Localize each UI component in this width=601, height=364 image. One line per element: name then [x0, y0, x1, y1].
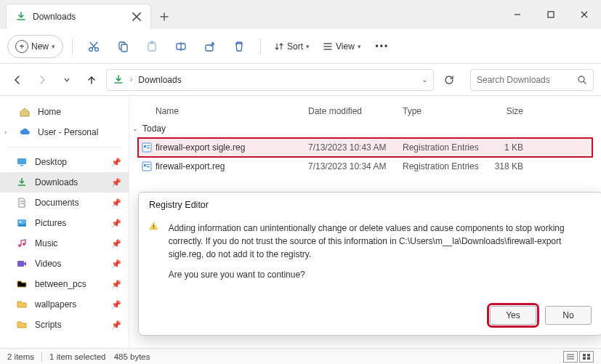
- folder-icon: [16, 299, 28, 310]
- svg-rect-23: [147, 164, 150, 165]
- chevron-down-icon: ⌄: [132, 125, 138, 132]
- reg-file-icon: [141, 161, 153, 172]
- details-view-button[interactable]: [563, 351, 578, 363]
- video-icon: [16, 258, 28, 270]
- desktop-icon: [16, 156, 28, 168]
- svg-rect-25: [153, 225, 154, 227]
- column-header-name[interactable]: Name: [156, 106, 308, 116]
- view-button[interactable]: View ▾: [318, 35, 366, 58]
- search-box[interactable]: [470, 69, 594, 91]
- address-bar[interactable]: › Downloads ⌄: [106, 69, 434, 91]
- sort-label: Sort: [287, 41, 303, 52]
- cut-button[interactable]: [81, 35, 106, 58]
- sidebar-item-user[interactable]: › User - Personal: [0, 122, 129, 142]
- file-size: 318 KB: [483, 161, 523, 171]
- column-header-type[interactable]: Type: [403, 106, 483, 116]
- file-type: Registration Entries: [403, 161, 483, 171]
- folder-icon: [16, 278, 28, 290]
- group-label: Today: [142, 124, 166, 134]
- pin-icon: 📌: [111, 219, 121, 228]
- group-header-today[interactable]: ⌄ Today: [132, 124, 592, 134]
- file-name: firewall-export.reg: [156, 161, 308, 171]
- status-selection: 1 item selected: [49, 352, 105, 361]
- chevron-down-icon[interactable]: ⌄: [421, 76, 427, 84]
- recent-locations-button[interactable]: [57, 70, 77, 90]
- sidebar-item-label: Music: [35, 238, 57, 248]
- svg-rect-0: [548, 12, 554, 17]
- sidebar-item-wallpapers[interactable]: wallpapers 📌: [0, 294, 129, 315]
- search-input[interactable]: [477, 75, 564, 85]
- status-bar: 2 items 1 item selected 485 bytes: [0, 348, 601, 364]
- dialog-line2: Are you sure you want to continue?: [169, 268, 592, 281]
- sidebar-item-pictures[interactable]: Pictures 📌: [0, 213, 129, 233]
- file-size: 1 KB: [483, 142, 523, 153]
- reg-file-icon: [141, 142, 153, 153]
- sidebar-item-label: Downloads: [35, 177, 78, 187]
- sort-button[interactable]: Sort ▾: [270, 35, 314, 58]
- up-button[interactable]: [81, 70, 102, 90]
- pictures-icon: [16, 217, 28, 229]
- svg-rect-4: [121, 44, 127, 52]
- dialog-title: Registry Editor: [139, 193, 601, 214]
- folder-icon: [16, 319, 28, 331]
- forward-button[interactable]: [32, 70, 52, 90]
- window-controls: [501, 0, 601, 29]
- status-item-count: 2 items: [7, 352, 34, 361]
- copy-button[interactable]: [110, 35, 135, 58]
- close-tab-icon[interactable]: [132, 12, 142, 22]
- sidebar: Home › User - Personal Desktop 📌 Downloa…: [0, 96, 129, 348]
- svg-point-26: [153, 228, 154, 229]
- thumbnails-view-button[interactable]: [579, 351, 594, 363]
- file-date: 7/13/2023 10:43 AM: [308, 142, 403, 153]
- sidebar-item-label: Desktop: [35, 157, 67, 167]
- file-row[interactable]: firewall-export.reg 7/13/2023 10:34 AM R…: [138, 157, 592, 176]
- sidebar-item-documents[interactable]: Documents 📌: [0, 193, 129, 213]
- svg-rect-24: [147, 166, 150, 167]
- minimize-button[interactable]: [501, 0, 534, 29]
- sidebar-item-home[interactable]: Home: [0, 102, 129, 122]
- sidebar-item-videos[interactable]: Videos 📌: [0, 254, 129, 274]
- chevron-right-icon[interactable]: ›: [4, 129, 7, 136]
- tab-downloads[interactable]: Downloads: [6, 4, 151, 29]
- file-type: Registration Entries: [403, 142, 483, 153]
- sidebar-item-label: Documents: [35, 198, 79, 208]
- sidebar-item-downloads[interactable]: Downloads 📌: [0, 172, 129, 193]
- column-header-date[interactable]: Date modified: [308, 106, 403, 116]
- sidebar-item-music[interactable]: Music 📌: [0, 233, 129, 254]
- warning-icon: [149, 222, 158, 242]
- plus-circle-icon: +: [15, 40, 28, 53]
- maximize-button[interactable]: [534, 0, 568, 29]
- registry-editor-dialog: Registry Editor Adding information can u…: [138, 192, 601, 336]
- new-button[interactable]: + New ▾: [7, 35, 63, 58]
- svg-rect-28: [587, 354, 590, 357]
- column-header-size[interactable]: Size: [483, 106, 523, 116]
- column-headers[interactable]: Name Date modified Type Size: [138, 102, 592, 121]
- no-button[interactable]: No: [545, 306, 592, 325]
- breadcrumb[interactable]: Downloads: [138, 75, 181, 85]
- file-row[interactable]: firewall-export sigle.reg 7/13/2023 10:4…: [138, 138, 592, 157]
- new-tab-button[interactable]: [151, 4, 177, 29]
- document-icon: [16, 197, 28, 209]
- paste-button[interactable]: [140, 35, 164, 58]
- back-button[interactable]: [7, 70, 28, 90]
- share-button[interactable]: [198, 35, 222, 58]
- sidebar-item-label: Pictures: [35, 218, 66, 228]
- sidebar-item-between-pcs[interactable]: between_pcs 📌: [0, 274, 129, 294]
- rename-button[interactable]: [169, 35, 193, 58]
- pin-icon: 📌: [111, 300, 121, 310]
- title-bar: Downloads: [0, 0, 601, 29]
- pin-icon: 📌: [111, 158, 121, 167]
- sidebar-item-desktop[interactable]: Desktop 📌: [0, 152, 129, 172]
- close-window-button[interactable]: [568, 0, 601, 29]
- sidebar-item-label: Scripts: [35, 320, 62, 330]
- pin-icon: 📌: [111, 239, 121, 248]
- sidebar-item-label: Videos: [35, 259, 61, 269]
- yes-button[interactable]: Yes: [490, 306, 536, 325]
- sidebar-item-label: wallpapers: [35, 299, 76, 310]
- chevron-down-icon: ▾: [52, 43, 55, 50]
- refresh-button[interactable]: [438, 74, 460, 86]
- more-button[interactable]: •••: [370, 35, 395, 58]
- svg-rect-11: [20, 165, 23, 166]
- sidebar-item-scripts[interactable]: Scripts 📌: [0, 315, 129, 335]
- delete-button[interactable]: [227, 35, 251, 58]
